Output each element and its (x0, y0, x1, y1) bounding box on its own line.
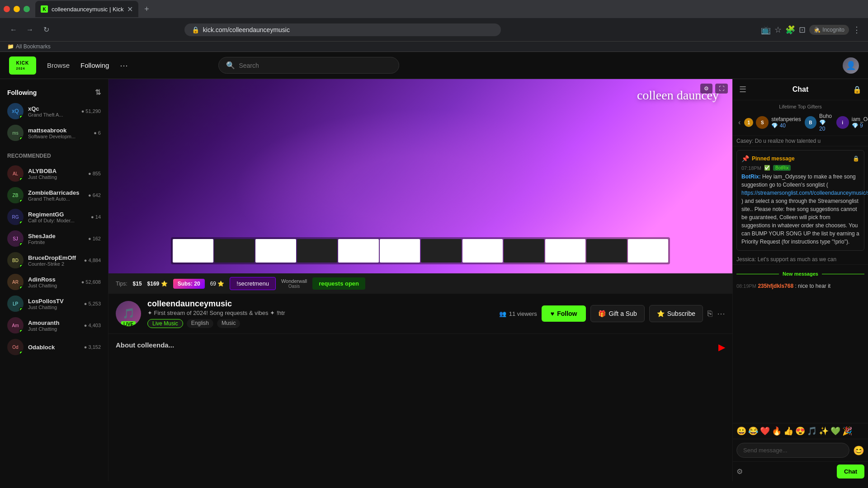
tab-close-button[interactable]: ✕ (127, 5, 133, 14)
emoji-btn-3[interactable]: ❤️ (760, 426, 770, 436)
follow-label: Follow (557, 310, 577, 317)
chat-panel: ☰ Chat 🔒 Lifetime Top Gifters ‹ 1 S stef… (732, 79, 868, 481)
emoji-btn-8[interactable]: ✨ (819, 426, 829, 436)
share-icon[interactable]: ⎘ (708, 309, 712, 319)
adinross-name: AdinRoss (28, 276, 77, 283)
sidebar-item-bruce[interactable]: BD BruceDropEmOff Counter-Strike 2 ● 4,8… (0, 249, 108, 271)
video-player[interactable]: colleen dauncey ⚙ ⛶ (108, 79, 732, 273)
search-icon: 🔍 (226, 61, 235, 70)
back-button[interactable]: ← (7, 23, 20, 36)
chat-menu-icon[interactable]: ☰ (739, 84, 746, 94)
address-bar: ← → ↻ 🔒 kick.com/colleendaunceymusic 📺 ☆… (0, 18, 868, 42)
emoji-btn-2[interactable]: 😂 (748, 426, 758, 436)
url-bar[interactable]: 🔒 kick.com/colleendaunceymusic (184, 23, 501, 36)
window-controls (4, 6, 30, 12)
gift-sub-button[interactable]: 🎁 Gift a Sub (590, 305, 644, 322)
fullscreen-btn[interactable]: ⛶ (715, 84, 728, 94)
xqc-name: xQc (28, 105, 77, 112)
chat-settings-icon[interactable]: ⚙ (736, 467, 743, 476)
header-search[interactable]: 🔍 (218, 57, 399, 74)
maximize-button[interactable] (24, 6, 30, 12)
emoji-btn-9[interactable]: 💚 (830, 426, 840, 436)
live-indicator (19, 115, 24, 119)
app-body: Following ⇅ xQ xQc Grand Theft A... ● 51… (0, 79, 868, 481)
lock-icon: 🔒 (192, 26, 199, 33)
avatar-adinross: AR (7, 274, 24, 290)
chat-send-button[interactable]: Chat (837, 465, 864, 479)
regiment-name: RegimentGG (28, 211, 86, 218)
sidebar-item-mattseabrook[interactable]: ms mattseabrook Software Developm... ● 6 (0, 122, 108, 144)
gifters-prev-button[interactable]: ‹ (738, 118, 741, 127)
chat-message-input[interactable] (736, 443, 849, 458)
cast-icon[interactable]: 📺 (761, 25, 771, 35)
emoji-btn-6[interactable]: 😍 (795, 426, 805, 436)
refresh-button[interactable]: ↻ (40, 23, 52, 36)
tag-english[interactable]: English (187, 319, 213, 328)
nav-following[interactable]: Following (80, 61, 109, 69)
sidebar-item-lospollos[interactable]: LP LosPollosTV Just Chatting ● 5,253 (0, 293, 108, 314)
channel-actions: 👥 11 viewers ♥ Follow 🎁 Gift a Sub ⭐ Sub… (499, 305, 725, 322)
secret-menu-button[interactable]: !secretmenu (230, 277, 276, 290)
lospollos-game: Just Chatting (28, 305, 80, 310)
tag-music[interactable]: Music (217, 319, 240, 328)
sidebar-item-regiment[interactable]: RG RegimentGG Call of Duty: Moder... ● 1… (0, 206, 108, 228)
sidebar-item-zombie[interactable]: ZB ZombieBarricades Grand Theft Auto... … (0, 184, 108, 206)
mattseabrook-viewers: ● 6 (94, 130, 101, 136)
avatar-regiment: RG (7, 209, 24, 225)
viewers-count: 👥 11 viewers (499, 310, 537, 317)
gifter-item-stefan: 1 S stefanperies 💎 40 (744, 116, 801, 129)
bookmark-star-icon[interactable]: ☆ (774, 25, 782, 35)
follow-button[interactable]: ♥ Follow (542, 305, 586, 322)
extension-icon[interactable]: 🧩 (785, 25, 795, 35)
gifters-row: ‹ 1 S stefanperies 💎 40 B Buho 💎 2 (738, 113, 863, 132)
emoji-btn-10[interactable]: 🎉 (842, 426, 852, 436)
emoji-btn-7[interactable]: 🎵 (807, 426, 817, 436)
chat-footer: ⚙ Chat (733, 461, 868, 481)
tag-live-music[interactable]: Live Music (147, 319, 183, 328)
sidebar-item-shesjde[interactable]: SJ ShesJade Fortnite ● 162 (0, 228, 108, 249)
emoji-btn-1[interactable]: 😀 (736, 426, 746, 436)
nav-browse[interactable]: Browse (47, 61, 70, 69)
tab-favicon: K (41, 5, 48, 13)
search-input[interactable] (239, 62, 392, 69)
chat-title: Chat (793, 85, 809, 94)
emoji-btn-4[interactable]: 🔥 (772, 426, 782, 436)
xqc-info: xQc Grand Theft A... (28, 105, 77, 117)
forward-button[interactable]: → (24, 23, 36, 36)
alyboba-info: ALYBOBA Just Chatting (28, 168, 84, 180)
user-avatar[interactable]: 👤 (843, 57, 859, 74)
sidebar-item-amouranth[interactable]: Am Amouranth Just Chatting ● 4,403 (0, 314, 108, 336)
active-tab[interactable]: K colleendaunceymusic | Kick ✕ (35, 1, 138, 17)
zombie-name: ZombieBarricades (28, 189, 84, 196)
msg-text-1: : nice to hear it (795, 283, 830, 289)
minimize-button[interactable] (14, 6, 20, 12)
new-tab-button[interactable]: + (140, 3, 153, 15)
sidebar-item-adinross[interactable]: AR AdinRoss Just Chatting ● 52,608 (0, 271, 108, 293)
incognito-badge[interactable]: 🕵 Incognito (809, 25, 849, 35)
subscribe-button[interactable]: ⭐ Subscribe (649, 305, 703, 322)
menu-icon[interactable]: ⋮ (853, 25, 861, 35)
zombie-game: Grand Theft Auto... (28, 196, 84, 202)
gifter-name-odyssey: iam_Odyss... (852, 116, 868, 122)
emoji-btn-5[interactable]: 👍 (783, 426, 793, 436)
live-indicator (19, 136, 24, 141)
songlist-link[interactable]: https://streamersonglist.com/t/colleenda… (741, 190, 868, 196)
kick-logo[interactable]: KICK2024 (9, 56, 36, 75)
youtube-icon[interactable]: ▶ (718, 342, 725, 352)
alyboba-game: Just Chatting (28, 174, 84, 180)
url-text: kick.com/colleendaunceymusic (203, 26, 290, 33)
gifter-item-odyssey: i iam_Odyss... 💎 9 (836, 116, 868, 129)
profile-icon[interactable]: ⊡ (799, 25, 806, 35)
more-options-icon[interactable]: ⋯ (717, 309, 725, 319)
chat-lock-icon[interactable]: 🔒 (853, 85, 862, 94)
browser-frame: K colleendaunceymusic | Kick ✕ + ← → ↻ 🔒… (0, 0, 868, 52)
sidebar-item-odablock[interactable]: Od Odablock ● 3,152 (0, 336, 108, 358)
shesjde-info: ShesJade Fortnite (28, 233, 84, 245)
sidebar-item-alyboba[interactable]: AL ALYBOBA Just Chatting ● 855 (0, 163, 108, 184)
sidebar-sort-icon[interactable]: ⇅ (95, 88, 101, 97)
nav-more-icon[interactable]: ⋯ (120, 61, 128, 70)
close-button[interactable] (4, 6, 10, 12)
emoji-picker-button[interactable]: 😊 (853, 445, 864, 456)
sidebar-item-xqc[interactable]: xQ xQc Grand Theft A... ● 51,290 (0, 100, 108, 122)
settings-overlay-btn[interactable]: ⚙ (700, 84, 712, 94)
